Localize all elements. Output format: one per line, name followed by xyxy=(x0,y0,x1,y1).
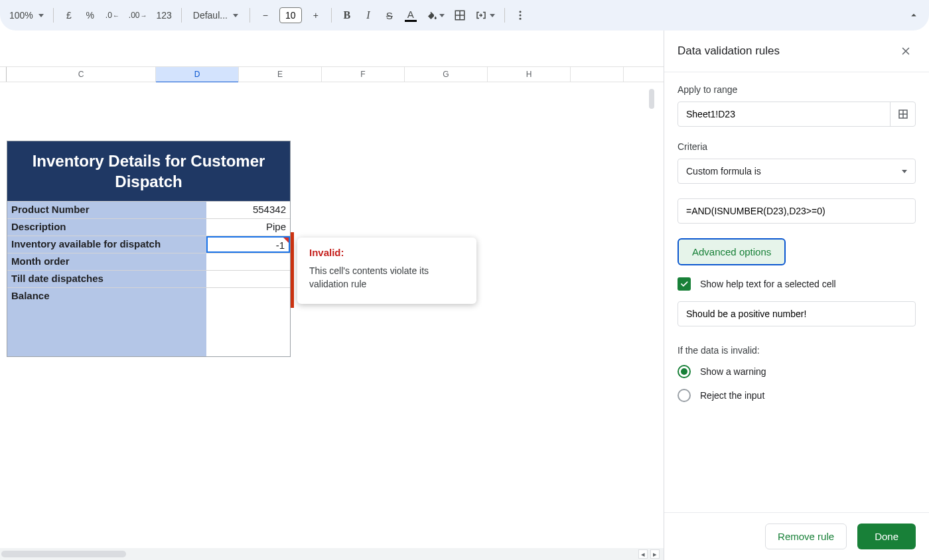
column-header[interactable]: F xyxy=(322,67,405,82)
collapse-toolbar-button[interactable] xyxy=(904,5,924,25)
range-input-row xyxy=(678,102,916,127)
panel-header: Data validation rules xyxy=(664,31,929,72)
column-header[interactable]: H xyxy=(488,67,571,82)
percent-button[interactable]: % xyxy=(80,5,100,25)
vertical-scroll-thumb[interactable] xyxy=(649,89,654,109)
separator xyxy=(53,8,54,23)
panel-footer: Remove rule Done xyxy=(664,512,929,560)
cell-label[interactable]: Description xyxy=(7,219,206,236)
select-range-button[interactable] xyxy=(890,102,915,126)
font-size-input[interactable] xyxy=(279,7,302,23)
bold-button[interactable]: B xyxy=(337,5,357,25)
panel-title: Data validation rules xyxy=(678,44,780,58)
filler-value[interactable] xyxy=(206,305,290,356)
merge-cells-button[interactable] xyxy=(471,5,499,25)
cell-label[interactable]: Product Number xyxy=(7,202,206,218)
chevron-down-icon xyxy=(902,170,907,173)
zoom-dropdown[interactable]: 100% xyxy=(5,5,48,25)
column-header[interactable]: E xyxy=(239,67,322,82)
chevron-down-icon xyxy=(439,14,445,17)
text-color-button[interactable]: A xyxy=(401,5,421,25)
sheet-nav-next[interactable]: ▸ xyxy=(650,549,660,559)
radio-show-warning-row: Show a warning xyxy=(678,365,916,378)
more-button[interactable] xyxy=(510,5,530,25)
decrease-font-size-button[interactable]: − xyxy=(255,5,275,25)
help-text-checkbox-label: Show help text for a selected cell xyxy=(700,279,836,289)
close-icon xyxy=(900,45,912,57)
cell-value[interactable]: Pipe xyxy=(206,219,290,236)
cell-value-selected-invalid[interactable]: -1 xyxy=(206,236,290,253)
cell-label[interactable]: Month order xyxy=(7,253,206,270)
borders-button[interactable] xyxy=(450,5,470,25)
help-text-input[interactable] xyxy=(678,301,916,326)
svg-point-1 xyxy=(519,15,521,17)
help-text-checkbox[interactable] xyxy=(678,277,691,291)
toolbar: 100% £ % .0← .00→ 123 Defaul... − + B I … xyxy=(0,0,929,31)
formula-input[interactable] xyxy=(678,198,916,224)
column-header[interactable]: C xyxy=(7,67,156,82)
italic-button[interactable]: I xyxy=(358,5,378,25)
chevron-up-icon xyxy=(908,9,920,21)
font-family-dropdown[interactable]: Defaul... xyxy=(187,5,244,25)
chevron-down-icon xyxy=(490,14,495,17)
paint-bucket-icon xyxy=(426,9,438,21)
decrease-decimal-button[interactable]: .0← xyxy=(102,5,123,25)
advanced-options-button[interactable]: Advanced options xyxy=(678,238,786,265)
table-row: Balance xyxy=(7,287,290,305)
cell-value[interactable] xyxy=(206,288,290,305)
if-invalid-label: If the data is invalid: xyxy=(678,345,916,356)
table-row: Product Number 554342 xyxy=(7,201,290,218)
cell-label[interactable]: Inventory available for dispatch xyxy=(7,236,206,253)
font-family-value: Defaul... xyxy=(193,10,228,21)
column-header[interactable] xyxy=(571,67,624,82)
help-text-checkbox-row: Show help text for a selected cell xyxy=(678,277,916,291)
cell-label[interactable]: Balance xyxy=(7,288,206,305)
grid-icon xyxy=(897,108,909,120)
cell-label[interactable]: Till date dispatches xyxy=(7,271,206,287)
column-header[interactable]: G xyxy=(405,67,488,82)
zoom-value: 100% xyxy=(9,10,33,21)
data-validation-panel: Data validation rules Apply to range Cri… xyxy=(664,31,929,560)
radio-reject-input[interactable] xyxy=(678,389,691,402)
sheet-nav-prev[interactable]: ◂ xyxy=(638,549,648,559)
sheet-tab-nav: ◂ ▸ xyxy=(638,549,664,559)
strikethrough-button[interactable]: S xyxy=(380,5,399,25)
horizontal-scrollbar[interactable]: ◂ ▸ xyxy=(0,548,664,560)
table-row: Description Pipe xyxy=(7,218,290,236)
cell-value[interactable] xyxy=(206,271,290,287)
radio-show-warning[interactable] xyxy=(678,365,691,378)
increase-decimal-button[interactable]: .00→ xyxy=(125,5,151,25)
table-row: Inventory available for dispatch -1 xyxy=(7,236,290,253)
inventory-table: Inventory Details for Customer Dispatch … xyxy=(7,141,291,357)
number-format-button[interactable]: 123 xyxy=(153,5,176,25)
chevron-down-icon xyxy=(38,14,44,17)
horizontal-scroll-thumb[interactable] xyxy=(1,551,126,557)
radio-show-warning-label: Show a warning xyxy=(700,366,766,377)
filler-label[interactable] xyxy=(7,305,206,356)
range-input[interactable] xyxy=(678,102,890,126)
criteria-value: Custom formula is xyxy=(686,166,761,176)
table-row: Till date dispatches xyxy=(7,270,290,287)
merge-cells-icon xyxy=(475,9,487,21)
currency-button[interactable]: £ xyxy=(59,5,79,25)
criteria-label: Criteria xyxy=(678,141,916,152)
close-panel-button[interactable] xyxy=(896,41,916,61)
increase-font-size-button[interactable]: + xyxy=(306,5,326,25)
svg-point-0 xyxy=(519,11,521,13)
tooltip-body: This cell's contents violate its validat… xyxy=(309,265,464,291)
column-header-selected[interactable]: D xyxy=(156,67,239,82)
row-header-lead[interactable] xyxy=(0,67,7,82)
invalid-marker-icon xyxy=(283,238,289,243)
criteria-dropdown[interactable]: Custom formula is xyxy=(678,159,916,184)
borders-icon xyxy=(454,9,466,21)
separator xyxy=(331,8,332,23)
check-icon xyxy=(679,279,689,289)
fill-color-button[interactable] xyxy=(422,5,449,25)
done-button[interactable]: Done xyxy=(857,524,916,549)
table-row: Month order xyxy=(7,253,290,270)
sheet-area[interactable]: C D E F G H Inventory Details for Custom… xyxy=(0,31,664,560)
cell-value[interactable]: 554342 xyxy=(206,202,290,218)
font-size-group: − + xyxy=(255,5,326,25)
remove-rule-button[interactable]: Remove rule xyxy=(765,524,847,549)
cell-value[interactable] xyxy=(206,253,290,270)
